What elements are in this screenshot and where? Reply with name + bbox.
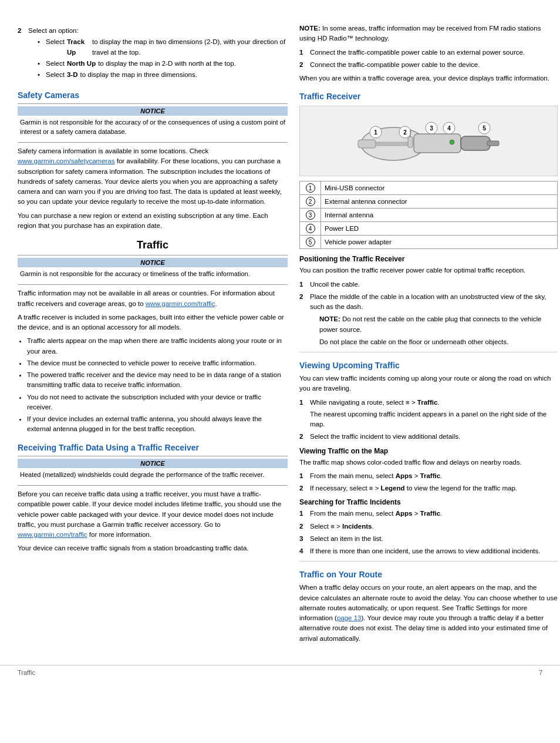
part-label-5: Vehicle power adapter xyxy=(321,236,558,249)
svg-text:3: 3 xyxy=(430,125,433,132)
safety-cameras-link[interactable]: www.garmin.com/safetycameras xyxy=(18,157,115,164)
receiving-step1-content: Connect the traffic-compatible power cab… xyxy=(310,48,558,58)
positioning-steps: 1 Uncoil the cable. 2 Place the middle o… xyxy=(299,280,558,348)
view-step1-note: The nearest upcoming traffic incident ap… xyxy=(310,409,558,430)
note1-label: NOTE: xyxy=(319,315,340,322)
part-label-2: External antenna connector xyxy=(321,195,558,209)
part-num-4: 4 xyxy=(306,224,315,233)
receiving-para1: Before you can receive traffic data usin… xyxy=(18,489,288,540)
search-step-4: 4 If there is more than one incident, us… xyxy=(299,546,558,556)
view-step2-content: Select the traffic incident to view addi… xyxy=(310,432,558,442)
step-number: 2 xyxy=(18,26,25,82)
intro-step2: 2 Select an option: Select Track Up to d… xyxy=(18,26,288,82)
svg-text:5: 5 xyxy=(483,125,486,132)
safety-cameras-notice: NOTICE Garmin is not responsible for the… xyxy=(18,103,288,143)
searching-incidents-section: Searching for Traffic Incidents 1 From t… xyxy=(299,498,558,556)
positioning-title: Positioning the Traffic Receiver xyxy=(299,255,558,263)
positioning-subsection: Positioning the Traffic Receiver You can… xyxy=(299,255,558,347)
parts-row-3: 3 Internal antenna xyxy=(300,209,558,222)
viewing-upcoming-steps: 1 While navigating a route, select ≡ > T… xyxy=(299,398,558,442)
map-step-1: 1 From the main menu, select Apps > Traf… xyxy=(299,471,558,481)
svg-rect-15 xyxy=(461,136,490,150)
parts-row-1: 1 Mini-USB connector xyxy=(300,181,558,195)
traffic-para2: A traffic receiver is included in some p… xyxy=(18,312,288,333)
pos-step-num-2: 2 xyxy=(299,292,306,347)
parts-table: 1 Mini-USB connector 2 External antenna … xyxy=(299,181,558,249)
traffic-on-route-section: Traffic on Your Route When a traffic del… xyxy=(299,570,558,644)
viewing-upcoming-section: Viewing Upcoming Traffic You can view tr… xyxy=(299,361,558,442)
parts-row-5: 5 Vehicle power adapter xyxy=(300,236,558,249)
map-step1-content: From the main menu, select Apps > Traffi… xyxy=(310,471,558,481)
note-label: NOTE: xyxy=(299,25,321,32)
option-north-up-label: North Up xyxy=(67,59,96,69)
map-step-num-1: 1 xyxy=(299,471,306,481)
receiving-para2: Your device can receive traffic signals … xyxy=(18,543,288,553)
positioning-note1: NOTE: Do not rest the cable on the cable… xyxy=(319,314,558,335)
positioning-step-1: 1 Uncoil the cable. xyxy=(299,280,558,290)
option-track-up: Select Track Up to display the map in tw… xyxy=(38,37,288,58)
apps-label-2: Apps xyxy=(396,510,413,517)
part-num-5: 5 xyxy=(306,237,315,247)
search-step-num-3: 3 xyxy=(299,534,306,544)
traffic-on-route-title: Traffic on Your Route xyxy=(299,570,558,579)
search-step-num-2: 2 xyxy=(299,522,306,532)
svg-text:4: 4 xyxy=(447,125,451,132)
receiving-notice: NOTICE Heated (metallized) windshields c… xyxy=(18,456,288,486)
part-label-3: Internal antenna xyxy=(321,209,558,222)
view-step-num-2: 2 xyxy=(299,432,306,442)
search-step1-content: From the main menu, select Apps > Traffi… xyxy=(310,509,558,519)
traffic-on-route-para1: When a traffic delay occurs on your rout… xyxy=(299,583,558,644)
menu-icon-3: ≡ xyxy=(330,523,335,530)
svg-rect-16 xyxy=(487,141,499,146)
positioning-note2: Do not place the cable on the floor or u… xyxy=(319,337,558,347)
incidents-label: Incidents xyxy=(342,523,372,530)
right-note: NOTE: In some areas, traffic information… xyxy=(299,23,558,44)
receiving-title: Receiving Traffic Data Using a Traffic R… xyxy=(18,443,288,452)
menu-icon-1: ≡ xyxy=(406,399,410,406)
map-step-2: 2 If necessary, select ≡ > Legend to vie… xyxy=(299,483,558,493)
view-step1-content: While navigating a route, select ≡ > Tra… xyxy=(310,398,558,430)
search-step3-content: Select an item in the list. xyxy=(310,534,558,544)
traffic-bullet-2: The device must be connected to vehicle … xyxy=(27,358,288,368)
svg-rect-3 xyxy=(358,140,376,148)
step-content: Select an option: Select Track Up to dis… xyxy=(28,26,288,82)
traffic-bullet-5: If your device includes an external traf… xyxy=(27,414,288,435)
part-num-1: 1 xyxy=(306,183,315,193)
svg-text:2: 2 xyxy=(403,129,407,136)
traffic-label-1: Traffic xyxy=(417,399,438,406)
divider-1 xyxy=(299,352,558,352)
traffic-receiver-image: 1 2 3 xyxy=(299,106,558,176)
svg-rect-7 xyxy=(408,137,413,147)
safety-cameras-para2: You can purchase a new region or extend … xyxy=(18,211,288,231)
receiving-step-1: 1 Connect the traffic-compatible power c… xyxy=(299,48,558,58)
receiving-section: Receiving Traffic Data Using a Traffic R… xyxy=(18,443,288,554)
right-column: NOTE: In some areas, traffic information… xyxy=(299,23,558,647)
search-step-num-4: 4 xyxy=(299,546,306,556)
traffic-main-title: Traffic xyxy=(18,239,288,251)
traffic-receiver-title: Traffic Receiver xyxy=(299,92,558,101)
traffic-link-2[interactable]: www.garmin.com/traffic xyxy=(18,531,87,538)
traffic-bullets: Traffic alerts appear on the map when th… xyxy=(18,336,288,434)
receiver-diagram: 1 2 3 xyxy=(346,112,511,170)
traffic-notice-text: Garmin is not responsible for the accura… xyxy=(18,270,288,278)
step-num-2: 2 xyxy=(299,60,306,70)
notice-header-3: NOTICE xyxy=(18,459,288,468)
map-step2-content: If necessary, select ≡ > Legend to view … xyxy=(310,483,558,493)
positioning-para1: You can position the traffic receiver po… xyxy=(299,265,558,275)
option-track-up-label: Track Up xyxy=(67,37,90,58)
option-north-up: Select North Up to display the map in 2-… xyxy=(38,59,288,69)
menu-icon-2: ≡ xyxy=(369,485,373,492)
apps-label-1: Apps xyxy=(396,472,413,479)
parts-row-2: 2 External antenna connector xyxy=(300,195,558,209)
searching-steps: 1 From the main menu, select Apps > Traf… xyxy=(299,509,558,556)
viewing-upcoming-para1: You can view traffic incidents coming up… xyxy=(299,374,558,394)
page-13-link[interactable]: page 13 xyxy=(337,614,362,621)
traffic-link-1[interactable]: www.garmin.com/traffic xyxy=(146,300,215,307)
viewing-map-title: Viewing Traffic on the Map xyxy=(299,447,558,455)
receiving-step-2: 2 Connect the traffic-compatible power c… xyxy=(299,60,558,70)
part-num-3: 3 xyxy=(306,210,315,220)
search-step2-content: Select ≡ > Incidents. xyxy=(310,522,558,532)
pos-step2-content: Place the middle of the cable in a locat… xyxy=(310,292,558,347)
viewing-upcoming-title: Viewing Upcoming Traffic xyxy=(299,361,558,370)
step-options: Select Track Up to display the map in tw… xyxy=(38,37,288,80)
